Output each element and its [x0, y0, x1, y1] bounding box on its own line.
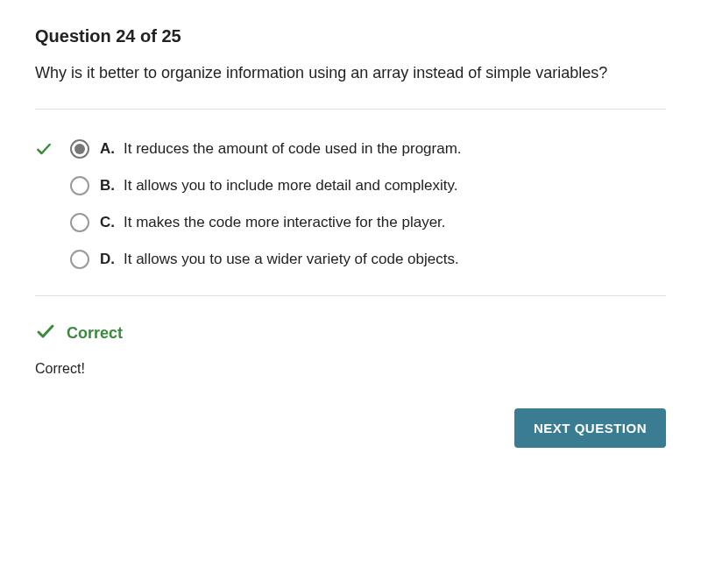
result-label: Correct: [67, 324, 123, 343]
radio-c[interactable]: [70, 213, 89, 232]
question-text: Why is it better to organize information…: [35, 62, 666, 84]
check-icon: [35, 321, 56, 345]
option-a-label: A. It reduces the amount of code used in…: [100, 140, 462, 158]
option-c[interactable]: C. It makes the code more interactive fo…: [35, 204, 666, 241]
option-b-label: B. It allows you to include more detail …: [100, 177, 457, 195]
result-status: Correct: [35, 296, 666, 361]
options-list: A. It reduces the amount of code used in…: [35, 110, 666, 295]
option-letter: C.: [100, 214, 115, 231]
feedback-text: Correct!: [35, 361, 666, 377]
footer: NEXT QUESTION: [35, 408, 666, 448]
radio-b[interactable]: [70, 176, 89, 195]
option-text: It allows you to use a wider variety of …: [124, 251, 459, 268]
question-counter: Question 24 of 25: [35, 26, 666, 46]
option-letter: B.: [100, 177, 115, 195]
check-icon: [35, 140, 60, 158]
option-text: It reduces the amount of code used in th…: [124, 140, 462, 158]
radio-d[interactable]: [70, 250, 89, 269]
option-d-label: D. It allows you to use a wider variety …: [100, 251, 459, 268]
option-letter: A.: [100, 140, 115, 158]
option-text: It makes the code more interactive for t…: [124, 214, 446, 231]
option-text: It allows you to include more detail and…: [124, 177, 457, 195]
option-b[interactable]: B. It allows you to include more detail …: [35, 167, 666, 204]
option-a[interactable]: A. It reduces the amount of code used in…: [35, 131, 666, 167]
option-c-label: C. It makes the code more interactive fo…: [100, 214, 446, 231]
next-question-button[interactable]: NEXT QUESTION: [514, 408, 666, 448]
option-d[interactable]: D. It allows you to use a wider variety …: [35, 241, 666, 278]
option-letter: D.: [100, 251, 115, 268]
radio-a[interactable]: [70, 139, 89, 159]
